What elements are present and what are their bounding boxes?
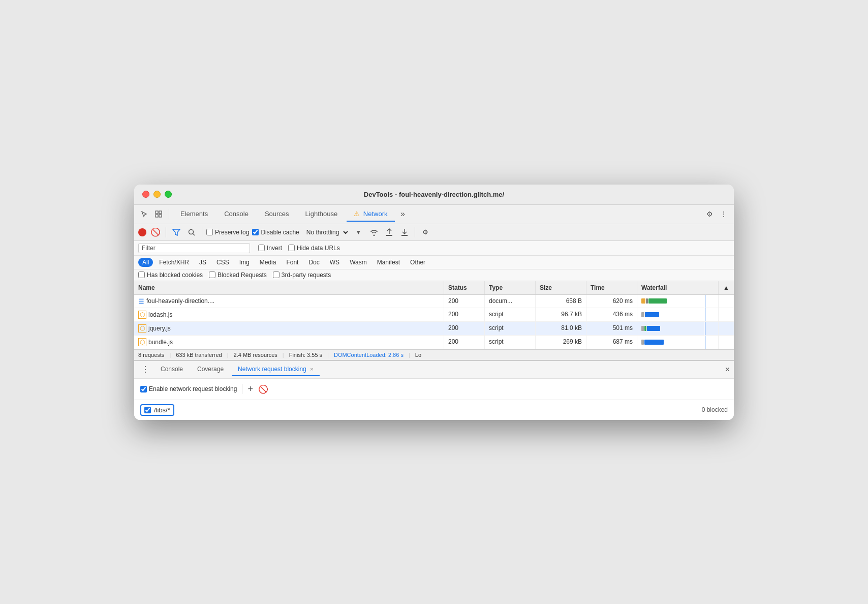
filter-icon[interactable] (170, 226, 182, 238)
record-button[interactable] (138, 228, 146, 236)
upload-icon[interactable] (383, 226, 395, 238)
type-btn-font[interactable]: Font (282, 258, 302, 267)
table-row[interactable]: ⬡ lodash.js 200 script 96.7 kB 436 ms (134, 308, 734, 322)
type-btn-media[interactable]: Media (256, 258, 281, 267)
network-settings-icon[interactable]: ⚙ (419, 226, 431, 238)
warning-icon: ⚠ (354, 210, 360, 218)
tab-lighthouse[interactable]: Lighthouse (298, 207, 345, 222)
devtools-window: DevTools - foul-heavenly-direction.glitc… (134, 185, 734, 420)
js-icon: ⬡ (138, 311, 146, 319)
cell-time-2: 436 ms (586, 308, 637, 321)
bottom-panel-close[interactable]: × (725, 365, 730, 374)
hide-data-urls-checkbox[interactable]: Hide data URLs (288, 245, 340, 252)
cell-waterfall-3 (637, 322, 719, 335)
clear-button[interactable]: 🚫 (149, 226, 162, 238)
rule-enabled-checkbox[interactable] (144, 407, 151, 413)
table-row[interactable]: ⬡ bundle.js 200 script 269 kB 687 ms (134, 336, 734, 349)
bottom-tab-coverage[interactable]: Coverage (191, 363, 230, 376)
throttle-dropdown-icon[interactable]: ▾ (353, 226, 365, 238)
cell-waterfall-2 (637, 308, 719, 321)
has-blocked-cookies-checkbox[interactable]: Has blocked cookies (138, 271, 203, 279)
bottom-tab-console[interactable]: Console (154, 363, 189, 376)
disable-cache-checkbox[interactable]: Disable cache (252, 229, 299, 236)
status-resources: 2.4 MB resources (234, 352, 277, 358)
preserve-log-checkbox[interactable]: Preserve log (206, 229, 249, 236)
type-btn-js[interactable]: JS (195, 258, 210, 267)
col-size: Size (536, 281, 586, 294)
nrb-divider (242, 384, 242, 394)
cell-type-1: docum... (485, 295, 536, 308)
block-all-button[interactable]: 🚫 (258, 384, 268, 394)
third-party-checkbox[interactable]: 3rd-party requests (273, 271, 331, 279)
cell-status-1: 200 (444, 295, 485, 308)
type-btn-other[interactable]: Other (406, 258, 429, 267)
table-row[interactable]: ⬡ jquery.js 200 script 81.0 kB 501 ms (134, 322, 734, 336)
status-requests: 8 requests (138, 352, 164, 358)
invert-checkbox[interactable]: Invert (258, 245, 282, 252)
maximize-button[interactable] (165, 191, 172, 198)
col-sort[interactable]: ▲ (719, 281, 734, 294)
filter-input-wrap: Filter (138, 243, 250, 253)
close-button[interactable] (142, 191, 149, 198)
type-btn-css[interactable]: CSS (212, 258, 233, 267)
cell-type-4: script (485, 336, 536, 349)
cell-status-3: 200 (444, 322, 485, 335)
tab-console[interactable]: Console (217, 207, 256, 222)
add-pattern-button[interactable]: + (247, 384, 253, 395)
more-tabs-icon[interactable]: » (397, 208, 409, 220)
type-btn-fetchxhr[interactable]: Fetch/XHR (155, 258, 193, 267)
cell-waterfall-1 (637, 295, 719, 308)
throttle-select[interactable]: No throttling (302, 227, 350, 237)
download-icon[interactable] (398, 226, 411, 238)
inspect-icon[interactable] (152, 208, 165, 220)
type-btn-ws[interactable]: WS (326, 258, 344, 267)
svg-point-4 (189, 229, 194, 234)
minimize-button[interactable] (153, 191, 161, 198)
cell-extra-2 (719, 308, 734, 321)
cell-waterfall-4 (637, 336, 719, 349)
settings-icon[interactable]: ⚙ (703, 208, 716, 220)
filter-row: Filter Invert Hide data URLs (134, 241, 734, 256)
wifi-icon[interactable] (368, 226, 380, 238)
tab-network[interactable]: ⚠ Network (347, 207, 394, 222)
status-bar: 8 requests | 633 kB transferred | 2.4 MB… (134, 349, 734, 360)
traffic-lights (142, 191, 172, 198)
search-icon[interactable] (185, 226, 198, 238)
filter-input[interactable] (158, 245, 246, 252)
cell-status-2: 200 (444, 308, 485, 321)
svg-rect-0 (156, 211, 158, 214)
cell-size-3: 81.0 kB (536, 322, 586, 335)
status-load: Lo (415, 352, 421, 358)
rule-pattern: /libs/* (154, 406, 170, 414)
cursor-icon[interactable] (138, 208, 150, 220)
col-type: Type (485, 281, 536, 294)
bottom-panel: ⋮ Console Coverage Network request block… (134, 360, 734, 420)
table-header: Name Status Type Size Time Waterfall ▲ (134, 281, 734, 295)
col-name: Name (134, 281, 444, 294)
col-waterfall: Waterfall (637, 281, 719, 294)
cell-extra-3 (719, 322, 734, 335)
cell-name-1: ☰ foul-heavenly-direction.... (134, 295, 444, 308)
table-row[interactable]: ☰ foul-heavenly-direction.... 200 docum.… (134, 295, 734, 308)
cell-type-3: script (485, 322, 536, 335)
nrb-enable-row: Enable network request blocking + 🚫 (134, 379, 734, 400)
bottom-tab-nrb[interactable]: Network request blocking × (232, 363, 320, 376)
cell-type-2: script (485, 308, 536, 321)
titlebar: DevTools - foul-heavenly-direction.glitc… (134, 185, 734, 205)
type-btn-all[interactable]: All (138, 258, 153, 267)
type-btn-wasm[interactable]: Wasm (346, 258, 371, 267)
tab-elements[interactable]: Elements (173, 207, 215, 222)
js-icon: ⬡ (138, 338, 146, 346)
col-time: Time (586, 281, 637, 294)
blocked-rule-row[interactable]: /libs/* 0 blocked (134, 400, 734, 420)
type-btn-img[interactable]: Img (235, 258, 254, 267)
cell-name-4: ⬡ bundle.js (134, 336, 444, 349)
bottom-dots-menu[interactable]: ⋮ (138, 365, 152, 374)
tab-sources[interactable]: Sources (258, 207, 296, 222)
type-btn-doc[interactable]: Doc (304, 258, 323, 267)
type-btn-manifest[interactable]: Manifest (373, 258, 404, 267)
more-options-icon[interactable]: ⋮ (718, 208, 730, 220)
nrb-tab-close[interactable]: × (310, 366, 313, 372)
blocked-requests-checkbox[interactable]: Blocked Requests (209, 271, 267, 279)
enable-blocking-checkbox[interactable]: Enable network request blocking (140, 385, 237, 392)
